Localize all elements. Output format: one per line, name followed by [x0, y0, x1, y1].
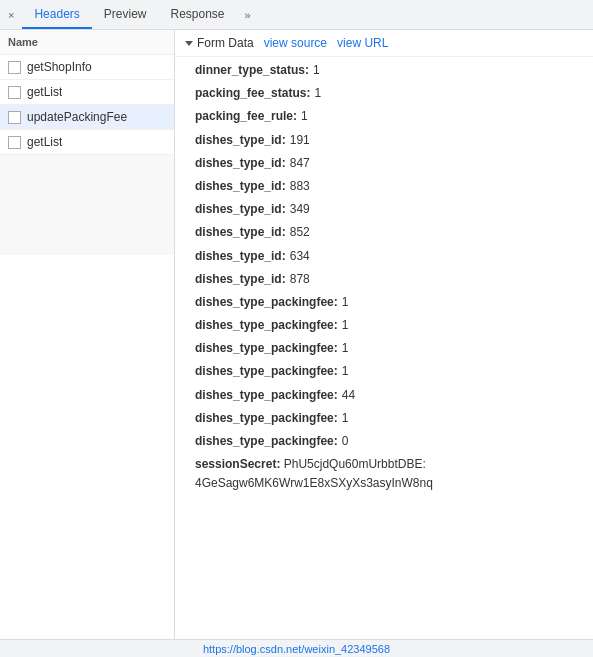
- row-value: 1: [314, 84, 321, 103]
- row-value: 1: [342, 362, 349, 381]
- row-key: dishes_type_id:: [195, 131, 286, 150]
- collapse-icon: [185, 41, 193, 46]
- form-data-rows: dinner_type_status: 1 packing_fee_status…: [175, 57, 593, 498]
- row-value: 852: [290, 223, 310, 242]
- tab-preview[interactable]: Preview: [92, 0, 159, 29]
- table-row: dishes_type_packingfee: 1: [175, 314, 593, 337]
- sidebar-item-getShopInfo[interactable]: getShopInfo: [0, 55, 174, 80]
- checkbox-getShopInfo[interactable]: [8, 61, 21, 74]
- row-value-session-1: PhU5cjdQu60mUrbbtDBE:: [284, 457, 426, 471]
- table-row: dishes_type_id: 847: [175, 152, 593, 175]
- status-url: https://blog.csdn.net/weixin_42349568: [203, 643, 390, 655]
- table-row: dishes_type_packingfee: 1: [175, 360, 593, 383]
- table-row: dishes_type_id: 191: [175, 129, 593, 152]
- sidebar-label-getList1: getList: [27, 85, 62, 99]
- sidebar-item-updatePackingFee[interactable]: updatePackingFee: [0, 105, 174, 130]
- row-key: dishes_type_id:: [195, 154, 286, 173]
- more-tabs-chevron[interactable]: »: [237, 9, 259, 21]
- tab-headers[interactable]: Headers: [22, 0, 91, 29]
- row-value: 0: [342, 432, 349, 451]
- table-row: dishes_type_packingfee: 1: [175, 407, 593, 430]
- table-row: dishes_type_id: 349: [175, 198, 593, 221]
- sidebar-header: Name: [0, 30, 174, 55]
- sidebar-list: getShopInfo getList updatePackingFee get…: [0, 55, 174, 639]
- sidebar-item-getList2[interactable]: getList: [0, 130, 174, 155]
- sidebar-label-getShopInfo: getShopInfo: [27, 60, 92, 74]
- row-value: 191: [290, 131, 310, 150]
- row-key: dishes_type_id:: [195, 200, 286, 219]
- form-data-header: Form Data view source view URL: [175, 30, 593, 57]
- row-key: packing_fee_rule:: [195, 107, 297, 126]
- row-value: 1: [313, 61, 320, 80]
- close-tab-button[interactable]: ×: [0, 0, 22, 29]
- row-value: 1: [301, 107, 308, 126]
- row-value: 1: [342, 409, 349, 428]
- table-row: packing_fee_status: 1: [175, 82, 593, 105]
- row-key: dishes_type_id:: [195, 270, 286, 289]
- row-key: dishes_type_id:: [195, 177, 286, 196]
- tab-response[interactable]: Response: [158, 0, 236, 29]
- top-bar: × Headers Preview Response »: [0, 0, 593, 30]
- checkbox-getList1[interactable]: [8, 86, 21, 99]
- table-row: dishes_type_id: 878: [175, 268, 593, 291]
- row-value: 44: [342, 386, 355, 405]
- row-key: dishes_type_packingfee:: [195, 432, 338, 451]
- sidebar-label-getList2: getList: [27, 135, 62, 149]
- row-value: 1: [342, 339, 349, 358]
- table-row: packing_fee_rule: 1: [175, 105, 593, 128]
- row-key: dishes_type_packingfee:: [195, 339, 338, 358]
- sidebar-empty-area: [0, 155, 174, 255]
- sidebar-label-updatePackingFee: updatePackingFee: [27, 110, 127, 124]
- row-value-session-2: 4GeSagw6MK6Wrw1E8xSXyXs3asyInW8nq: [195, 474, 577, 493]
- sidebar-item-getList1[interactable]: getList: [0, 80, 174, 105]
- table-row: dishes_type_packingfee: 1: [175, 337, 593, 360]
- row-key: packing_fee_status:: [195, 84, 310, 103]
- row-key: dishes_type_id:: [195, 223, 286, 242]
- table-row: dinner_type_status: 1: [175, 59, 593, 82]
- checkbox-getList2[interactable]: [8, 136, 21, 149]
- row-key-session: sessionSecret:: [195, 457, 280, 471]
- row-value: 1: [342, 293, 349, 312]
- row-value: 883: [290, 177, 310, 196]
- table-row: dishes_type_packingfee: 0: [175, 430, 593, 453]
- row-value: 634: [290, 247, 310, 266]
- view-url-link[interactable]: view URL: [337, 36, 388, 50]
- row-value: 1: [342, 316, 349, 335]
- table-row-session: sessionSecret: PhU5cjdQu60mUrbbtDBE: 4Ge…: [175, 453, 593, 495]
- row-value: 847: [290, 154, 310, 173]
- table-row: dishes_type_id: 852: [175, 221, 593, 244]
- row-key: dishes_type_packingfee:: [195, 293, 338, 312]
- row-key: dishes_type_packingfee:: [195, 362, 338, 381]
- sidebar: Name getShopInfo getList updatePackingFe…: [0, 30, 175, 639]
- main-content: Name getShopInfo getList updatePackingFe…: [0, 30, 593, 639]
- status-bar: https://blog.csdn.net/weixin_42349568: [0, 639, 593, 657]
- row-value: 349: [290, 200, 310, 219]
- row-key: dishes_type_packingfee:: [195, 316, 338, 335]
- table-row: dishes_type_packingfee: 1: [175, 291, 593, 314]
- detail-pane: Form Data view source view URL dinner_ty…: [175, 30, 593, 639]
- row-key: dishes_type_packingfee:: [195, 409, 338, 428]
- row-value: 878: [290, 270, 310, 289]
- row-key: dinner_type_status:: [195, 61, 309, 80]
- checkbox-updatePackingFee[interactable]: [8, 111, 21, 124]
- table-row: dishes_type_id: 883: [175, 175, 593, 198]
- table-row: dishes_type_id: 634: [175, 245, 593, 268]
- table-row: dishes_type_packingfee: 44: [175, 384, 593, 407]
- form-data-toggle[interactable]: Form Data: [185, 36, 254, 50]
- form-data-label: Form Data: [197, 36, 254, 50]
- row-key: dishes_type_id:: [195, 247, 286, 266]
- view-source-link[interactable]: view source: [264, 36, 327, 50]
- row-key: dishes_type_packingfee:: [195, 386, 338, 405]
